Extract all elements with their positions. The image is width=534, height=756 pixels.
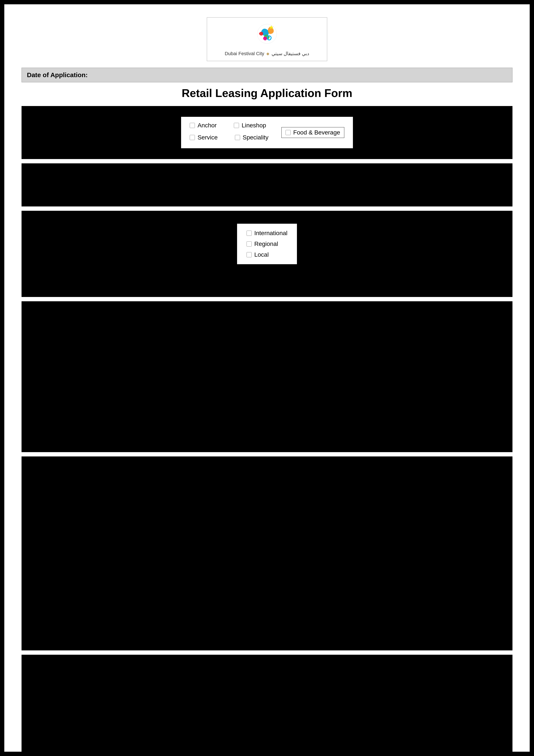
tenant-type-panel: Anchor Lineshop Service [181, 117, 353, 148]
date-bar: Date of Application: [21, 68, 513, 82]
regional-checkbox[interactable] [246, 241, 252, 247]
anchor-label: Anchor [197, 122, 216, 129]
page: Dubai Festival City ◆ دبي فستيفال سيتي D… [0, 0, 534, 756]
logo-english: Dubai Festival City [225, 51, 264, 56]
tenant-type-section: Anchor Lineshop Service [21, 106, 513, 159]
brand-type-section: International Regional Local [21, 211, 513, 297]
brand-type-panel: International Regional Local [237, 224, 297, 264]
black-section-2 [21, 163, 513, 206]
paper: Dubai Festival City ◆ دبي فستيفال سيتي D… [4, 4, 530, 752]
food-beverage-label: Food & Beverage [293, 129, 340, 136]
lineshop-checkbox-item: Lineshop [234, 122, 266, 129]
form-title: Retail Leasing Application Form [21, 87, 513, 99]
lineshop-checkbox[interactable] [234, 123, 239, 128]
logo-arabic: دبي فستيفال سيتي [271, 51, 309, 56]
anchor-checkbox[interactable] [190, 123, 195, 128]
black-section-4 [21, 301, 513, 452]
black-section-5 [21, 456, 513, 650]
international-checkbox[interactable] [246, 230, 252, 236]
local-checkbox-item: Local [246, 251, 288, 258]
date-label: Date of Application: [27, 71, 88, 78]
international-checkbox-item: International [246, 230, 288, 237]
anchor-checkbox-item: Anchor [190, 122, 216, 129]
logo-text: Dubai Festival City ◆ دبي فستيفال سيتي [225, 51, 309, 56]
checkbox-row-2: Service Speciality [190, 134, 268, 141]
regional-label: Regional [254, 240, 278, 247]
service-checkbox[interactable] [190, 135, 195, 140]
checkbox-row-1: Anchor Lineshop [190, 122, 268, 129]
black-section-6 [21, 655, 513, 756]
local-label: Local [254, 251, 269, 258]
regional-checkbox-item: Regional [246, 240, 288, 247]
international-label: International [254, 230, 288, 237]
speciality-checkbox[interactable] [235, 135, 240, 140]
title-text: Retail Leasing Application Form [182, 87, 352, 99]
speciality-checkbox-item: Speciality [235, 134, 268, 141]
local-checkbox[interactable] [246, 252, 252, 257]
logo-diamond: ◆ [267, 51, 269, 56]
service-label: Service [197, 134, 217, 141]
logo-container: Dubai Festival City ◆ دبي فستيفال سيتي [207, 17, 327, 61]
logo-section: Dubai Festival City ◆ دبي فستيفال سيتي [21, 17, 513, 61]
food-beverage-checkbox[interactable] [286, 130, 291, 135]
lineshop-label: Lineshop [242, 122, 266, 129]
food-beverage-item: Food & Beverage [281, 127, 344, 138]
service-checkbox-item: Service [190, 134, 217, 141]
speciality-label: Speciality [243, 134, 268, 141]
logo-graphic: Dubai Festival City ◆ دبي فستيفال سيتي [220, 22, 314, 56]
